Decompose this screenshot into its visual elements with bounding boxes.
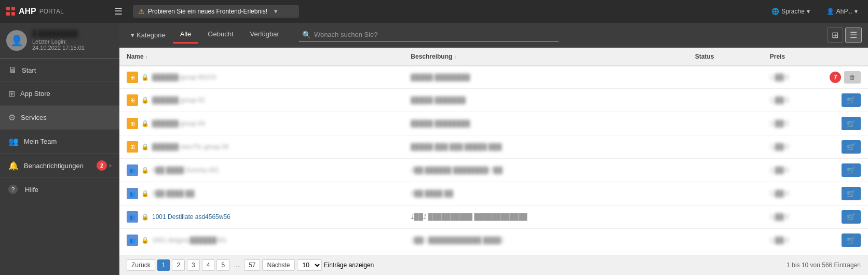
logo-portal: PORTAL [39, 8, 64, 15]
service-name[interactable]: 1001 Destillate asd4565w56 [152, 213, 230, 221]
alert-text: Probieren Sie ein neues Frontend-Erlebni… [148, 8, 267, 15]
sidebar-item-benachrichtigungen[interactable]: 🔔 Benachrichtigungen 2 › [0, 154, 119, 178]
service-price: 1.██ € [770, 190, 789, 197]
cell-name: ⊞ 🔒 ██████ new FIL group 04 [119, 135, 403, 159]
pagination-page-4[interactable]: 4 [202, 259, 215, 271]
table-row: ⊞ 🔒 ██████ new FIL group 04 █████ ███ ██… [119, 135, 868, 159]
sidebar-item-meinteam[interactable]: 👥 Mein Team [0, 130, 119, 154]
view-toggles: ⊞ ☰ [827, 28, 862, 43]
sidebar-item-label: Mein Team [24, 138, 111, 145]
service-price: 1.██ € [770, 97, 789, 104]
pagination-page-1[interactable]: 1 [157, 259, 170, 271]
col-name[interactable]: Name [119, 48, 403, 66]
add-to-cart-button[interactable]: 🛒 [842, 210, 861, 224]
service-price: 1.██ € [770, 143, 789, 150]
cell-action: 7 🗑 [822, 66, 868, 89]
service-price: 1.██ € [770, 167, 789, 174]
search-input[interactable] [314, 31, 555, 38]
pagination-page-57[interactable]: 57 [244, 259, 260, 271]
col-preis: Preis [763, 48, 822, 66]
lock-icon: 🔒 [141, 74, 149, 81]
pagination-back[interactable]: Zurück [127, 259, 155, 271]
col-actions [822, 48, 868, 66]
col-beschreibung[interactable]: Beschreibung [403, 48, 687, 66]
service-name[interactable]: ██████ group 001Ch [152, 74, 216, 81]
cell-action: 🛒 [822, 182, 868, 205]
group-icon: ⊞ [127, 94, 138, 106]
alert-icon: ⚠ [138, 7, 145, 16]
item-badge: 7 [830, 72, 841, 83]
cell-desc: 1██1 ████████████ ████1 [403, 229, 687, 252]
add-to-cart-button[interactable]: 🛒 [842, 233, 861, 247]
tab-alle[interactable]: Alle [173, 26, 199, 44]
pagination-total: 1 bis 10 von 566 Einträgen [786, 262, 861, 269]
bell-icon: 🔔 [8, 161, 19, 171]
service-desc: 0██ ████ ██ [411, 190, 453, 197]
cell-status [688, 112, 763, 135]
add-to-cart-button[interactable]: 🛒 [842, 163, 861, 177]
cell-action: 🛒 [822, 135, 868, 159]
tab-verfuegbar[interactable]: Verfügbar [243, 26, 287, 44]
sidebar-item-hilfe[interactable]: ? Hilfe [0, 178, 119, 201]
group-icon: ⊞ [127, 118, 138, 129]
navbar-right: 🌐 Sprache ▾ 👤 AhP... ▾ [767, 6, 862, 17]
cell-status [688, 182, 763, 205]
service-name[interactable]: 0██ ████ ██ [152, 190, 194, 197]
logo-ahp: AHP [19, 7, 36, 16]
cell-status [688, 229, 763, 252]
arrow-icon: › [109, 162, 111, 169]
avatar: 👤 [6, 30, 27, 51]
sidebar-item-label: Start [22, 66, 111, 74]
gear-icon: ⚙ [8, 113, 16, 122]
pagination-page-2[interactable]: 2 [172, 259, 185, 271]
cell-action: 🛒 [822, 112, 868, 135]
logo: AHP PORTAL [6, 7, 110, 16]
add-to-cart-button[interactable]: 🛒 [842, 140, 861, 154]
sidebar-item-appstore[interactable]: ⊞ App Store [0, 82, 119, 106]
cell-name: ⊞ 🔒 ██████ group 04 [119, 112, 403, 135]
add-to-cart-button[interactable]: 🛒 [842, 187, 861, 200]
user-label: AhP... [836, 8, 852, 15]
sidebar-item-services[interactable]: ⚙ Services [0, 106, 119, 130]
lock-icon: 🔒 [141, 190, 149, 197]
tab-kategorie[interactable]: ▾ Kategorie [126, 27, 171, 43]
notification-badge: 2 [97, 160, 107, 171]
service-price: 1.██ € [770, 120, 789, 127]
alert-banner[interactable]: ⚠ Probieren Sie ein neues Frontend-Erleb… [133, 5, 299, 18]
pagination-page-5[interactable]: 5 [216, 259, 229, 271]
pagination-next[interactable]: Nächste [262, 259, 294, 271]
cell-price: 1.██ € [763, 159, 822, 182]
list-view-button[interactable]: ☰ [845, 28, 862, 43]
sidebar-item-label: App Store [20, 90, 111, 98]
sidebar-item-start[interactable]: 🖥 Start [0, 59, 119, 82]
add-to-cart-button[interactable]: 🛒 [842, 117, 861, 130]
cell-action: 🛒 [822, 159, 868, 182]
table-row: 👥 🔒 1001 Destillate asd4565w56 1██1 ████… [119, 205, 868, 229]
pagination-page-3[interactable]: 3 [187, 259, 200, 271]
lock-icon: 🔒 [141, 213, 149, 221]
service-name[interactable]: ██████ new FIL group 04 [152, 143, 228, 150]
help-icon: ? [8, 185, 18, 194]
service-name[interactable]: ██████ group 04 [152, 120, 205, 127]
service-name[interactable]: ██████ group 02 [152, 97, 205, 104]
cell-desc: 0██ ██████ ████████ 0██ [403, 159, 687, 182]
col-status: Status [688, 48, 763, 66]
service-desc: █████ ███ ███ █████ ███ [411, 143, 501, 150]
cell-price: 1.██ € [763, 229, 822, 252]
table-container: Name Beschreibung Status Preis ⊞ 🔒 █████… [119, 48, 868, 255]
user-icon: 👤 [826, 8, 834, 15]
add-to-cart-button[interactable]: 🛒 [842, 93, 861, 107]
language-button[interactable]: 🌐 Sprache ▾ [767, 6, 814, 17]
per-page-select[interactable]: 10 25 50 [297, 259, 322, 271]
user-button[interactable]: 👤 AhP... ▾ [822, 6, 862, 17]
pagination: Zurück 1 2 3 4 5 … 57 Nächste 10 25 50 E… [119, 255, 868, 275]
logo-dot [11, 7, 15, 10]
grid-view-button[interactable]: ⊞ [827, 28, 843, 43]
delete-button[interactable]: 🗑 [844, 71, 861, 84]
lock-icon: 🔒 [141, 97, 149, 104]
service-name[interactable]: 0██ ████ Dummy 001 [152, 167, 219, 174]
service-name[interactable]: 1001 distgrou██████001 [152, 237, 227, 244]
logo-dot [11, 12, 15, 16]
tab-gebucht[interactable]: Gebucht [200, 26, 240, 44]
hamburger-icon[interactable]: ☰ [114, 6, 123, 17]
